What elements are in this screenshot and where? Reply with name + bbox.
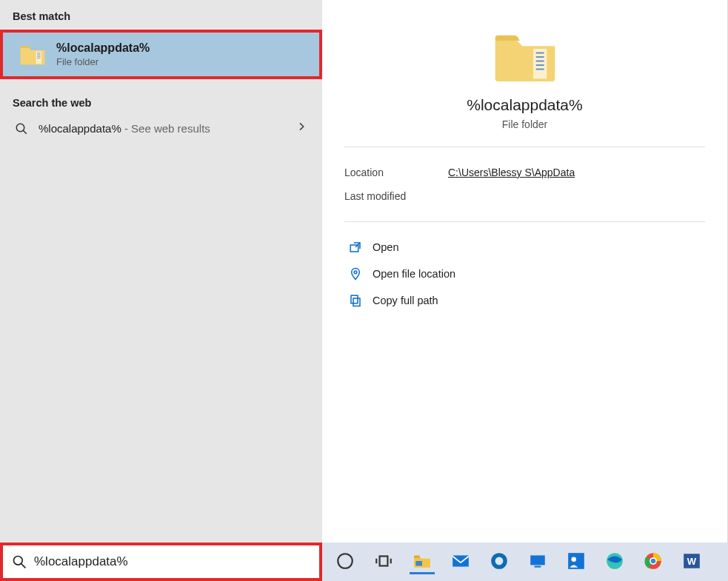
cortana-button[interactable] — [333, 549, 358, 574]
svg-rect-25 — [415, 561, 422, 566]
chevron-right-icon — [295, 121, 310, 136]
action-copy-path-label: Copy full path — [373, 295, 438, 306]
svg-line-19 — [21, 564, 26, 568]
details-subtitle: File folder — [344, 118, 705, 130]
svg-rect-26 — [453, 555, 469, 566]
svg-rect-17 — [351, 295, 358, 303]
search-icon — [15, 122, 28, 135]
folder-icon — [492, 28, 558, 86]
svg-point-15 — [354, 271, 357, 274]
taskbar-app-7[interactable] — [564, 549, 589, 574]
location-link[interactable]: C:\Users\Blessy S\AppData — [448, 167, 575, 178]
details-pane: %localappdata% File folder Location C:\U… — [322, 0, 728, 543]
action-open-location-label: Open file location — [373, 268, 455, 280]
details-title: %localappdata% — [344, 96, 705, 114]
svg-line-6 — [23, 130, 27, 134]
task-view-button[interactable] — [371, 549, 396, 574]
action-open-label: Open — [373, 241, 398, 253]
search-web-result[interactable]: %localappdata% - See web results — [0, 115, 322, 142]
file-explorer-button[interactable] — [410, 549, 435, 574]
folder-icon — [19, 43, 46, 67]
svg-point-32 — [572, 557, 577, 562]
svg-rect-30 — [535, 565, 541, 567]
svg-point-5 — [16, 124, 24, 132]
copy-icon — [349, 294, 362, 307]
svg-text:W: W — [687, 556, 697, 567]
action-open-location[interactable]: Open file location — [344, 261, 705, 287]
svg-point-18 — [14, 557, 23, 565]
word-button[interactable]: W — [679, 549, 704, 574]
last-modified-label: Last modified — [344, 190, 448, 202]
edge-button[interactable] — [602, 549, 627, 574]
svg-rect-21 — [380, 556, 388, 565]
taskbar: W — [322, 543, 728, 581]
action-copy-path[interactable]: Copy full path — [344, 287, 705, 314]
svg-point-36 — [651, 558, 656, 563]
svg-point-20 — [338, 554, 353, 568]
best-match-title: %localappdata% — [56, 41, 150, 55]
open-location-icon — [349, 267, 362, 281]
search-input[interactable] — [34, 554, 312, 569]
chrome-button[interactable] — [641, 549, 666, 574]
open-icon — [349, 241, 362, 254]
svg-point-28 — [495, 557, 504, 565]
search-box[interactable] — [0, 543, 322, 581]
svg-rect-24 — [414, 555, 420, 557]
location-label: Location — [344, 167, 448, 178]
web-result-suffix: - See web results — [121, 122, 210, 135]
taskbar-app-6[interactable] — [525, 549, 550, 574]
mail-button[interactable] — [448, 549, 473, 574]
best-match-header: Best match — [0, 0, 322, 28]
search-icon — [12, 554, 27, 569]
action-open[interactable]: Open — [344, 234, 705, 261]
svg-rect-29 — [530, 555, 545, 565]
svg-rect-16 — [353, 298, 360, 306]
web-result-query: %localappdata% — [39, 122, 121, 135]
search-web-header: Search the web — [0, 87, 322, 115]
search-results-pane: Best match %localappdata% File f — [0, 0, 322, 543]
best-match-subtitle: File folder — [56, 56, 150, 67]
taskbar-app-5[interactable] — [487, 549, 512, 574]
best-match-result[interactable]: %localappdata% File folder — [0, 30, 322, 79]
